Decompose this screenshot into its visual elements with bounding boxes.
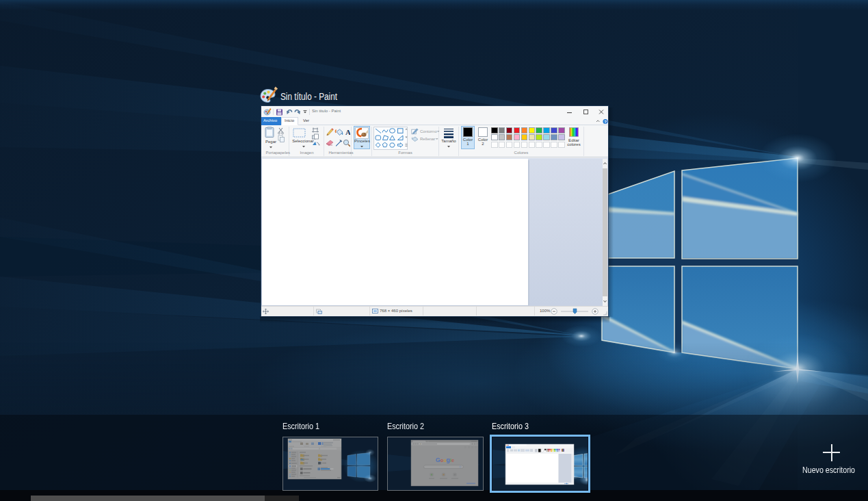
svg-text:A: A [345,128,350,136]
svg-text:?: ? [604,120,607,124]
